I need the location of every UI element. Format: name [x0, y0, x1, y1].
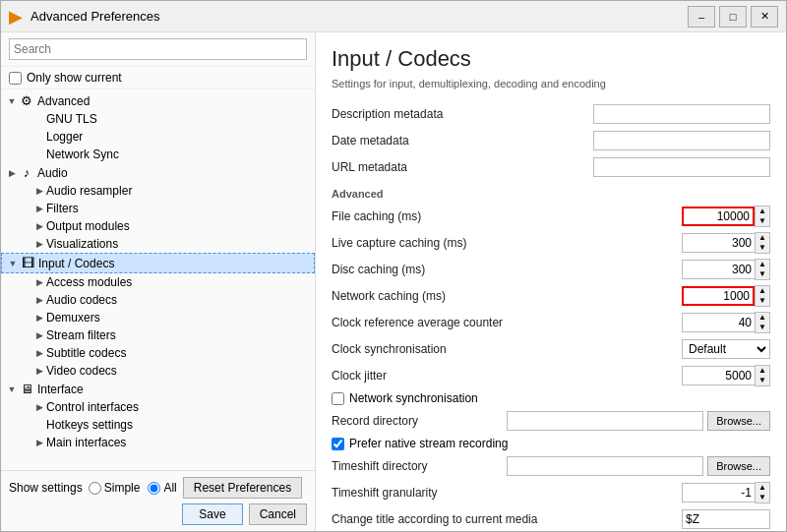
- record-dir-input[interactable]: [507, 411, 703, 431]
- sidebar-item-subtitle-codecs[interactable]: ▶ Subtitle codecs: [1, 344, 315, 362]
- sidebar-item-video-codecs[interactable]: ▶ Video codecs: [1, 362, 315, 380]
- sidebar-item-network-sync[interactable]: Network Sync: [1, 146, 315, 163]
- timeshift-dir-row: Timeshift directory Browse...: [332, 455, 770, 477]
- sidebar-item-gnu-tls[interactable]: GNU TLS: [1, 110, 315, 128]
- file-caching-row: File caching (ms) ▲ ▼: [332, 206, 770, 227]
- timeshift-gran-down[interactable]: ▼: [756, 493, 769, 502]
- sidebar-item-advanced[interactable]: ▼ ⚙ Advanced: [1, 91, 315, 110]
- arrow-filters: ▶: [32, 204, 46, 213]
- timeshift-gran-input[interactable]: [682, 483, 755, 502]
- live-capture-up[interactable]: ▲: [756, 233, 769, 243]
- radio-all-label: All: [163, 481, 176, 495]
- arrow-advanced: ▼: [5, 96, 19, 106]
- cancel-button[interactable]: Cancel: [249, 503, 307, 525]
- network-caching-row: Network caching (ms) ▲ ▼: [332, 285, 770, 307]
- sidebar-item-audio[interactable]: ▶ ♪ Audio: [1, 163, 315, 182]
- desc-metadata-input[interactable]: [593, 104, 770, 124]
- sidebar-item-input-codecs[interactable]: ▼ 🎞 Input / Codecs: [1, 253, 315, 273]
- content-area: Input / Codecs Settings for input, demul…: [316, 32, 786, 531]
- clock-sync-select[interactable]: Default: [682, 339, 770, 359]
- sidebar-item-access-modules[interactable]: ▶ Access modules: [1, 273, 315, 291]
- icon-advanced: ⚙: [19, 93, 34, 108]
- sidebar-item-hotkeys-settings[interactable]: Hotkeys settings: [1, 416, 315, 434]
- label-demuxers: Demuxers: [46, 311, 315, 325]
- clock-jitter-row: Clock jitter ▲ ▼: [332, 365, 770, 386]
- clock-jitter-down[interactable]: ▼: [756, 376, 769, 385]
- clock-ref-label: Clock reference average counter: [332, 316, 682, 329]
- file-caching-down[interactable]: ▼: [756, 216, 769, 226]
- search-input[interactable]: [9, 38, 307, 60]
- sidebar-item-demuxers[interactable]: ▶ Demuxers: [1, 309, 315, 326]
- clock-ref-up[interactable]: ▲: [756, 313, 769, 323]
- sidebar-item-visualizations[interactable]: ▶ Visualizations: [1, 235, 315, 253]
- desc-metadata-row: Description metadata: [332, 103, 770, 125]
- close-button[interactable]: ✕: [751, 6, 778, 28]
- record-dir-browse[interactable]: Browse...: [707, 411, 770, 431]
- arrow-video-codecs: ▶: [32, 366, 46, 376]
- network-caching-up[interactable]: ▲: [756, 286, 769, 296]
- sidebar-item-logger[interactable]: Logger: [1, 128, 315, 146]
- sidebar-item-interface[interactable]: ▼ 🖥 Interface: [1, 380, 315, 398]
- live-capture-down[interactable]: ▼: [756, 243, 769, 253]
- timeshift-gran-spinner: ▲ ▼: [755, 482, 770, 503]
- disc-caching-down[interactable]: ▼: [756, 269, 769, 279]
- disc-caching-up[interactable]: ▲: [756, 260, 769, 269]
- timeshift-gran-up[interactable]: ▲: [756, 483, 769, 493]
- sidebar-item-audio-codecs[interactable]: ▶ Audio codecs: [1, 291, 315, 309]
- label-gnu-tls: GNU TLS: [46, 112, 315, 126]
- date-metadata-input[interactable]: [593, 131, 770, 150]
- reset-preferences-button[interactable]: Reset Preferences: [183, 477, 302, 499]
- label-audio-codecs: Audio codecs: [46, 293, 315, 307]
- label-output-modules: Output modules: [46, 219, 315, 233]
- sidebar-item-output-modules[interactable]: ▶ Output modules: [1, 217, 315, 235]
- native-stream-checkbox[interactable]: [332, 438, 344, 450]
- radio-simple-input[interactable]: [89, 482, 101, 495]
- network-caching-down[interactable]: ▼: [756, 296, 769, 306]
- sidebar-item-filters[interactable]: ▶ Filters: [1, 200, 315, 217]
- save-button[interactable]: Save: [182, 503, 242, 525]
- native-stream-label: Prefer native stream recording: [349, 437, 508, 450]
- content-title: Input / Codecs: [332, 46, 770, 72]
- timeshift-dir-label: Timeshift directory: [332, 459, 507, 473]
- live-capture-control: ▲ ▼: [682, 232, 770, 254]
- live-capture-input[interactable]: [682, 233, 755, 253]
- change-title-input[interactable]: [682, 509, 770, 529]
- maximize-button[interactable]: □: [719, 6, 747, 28]
- clock-ref-down[interactable]: ▼: [756, 323, 769, 332]
- date-metadata-control: [593, 131, 770, 150]
- clock-jitter-up[interactable]: ▲: [756, 366, 769, 376]
- disc-caching-input[interactable]: [682, 260, 755, 279]
- clock-jitter-input[interactable]: [682, 366, 755, 385]
- timeshift-dir-control: Browse...: [507, 456, 770, 476]
- network-caching-input[interactable]: [682, 286, 755, 306]
- timeshift-dir-browse[interactable]: Browse...: [707, 456, 770, 476]
- only-show-checkbox[interactable]: [9, 72, 22, 85]
- clock-ref-input[interactable]: [682, 313, 755, 332]
- sidebar-item-control-interfaces[interactable]: ▶ Control interfaces: [1, 398, 315, 416]
- network-sync-row: Network synchronisation: [332, 391, 770, 405]
- icon-audio: ♪: [19, 165, 34, 180]
- label-network-sync: Network Sync: [46, 148, 315, 161]
- file-caching-spinner: ▲ ▼: [755, 206, 770, 227]
- sidebar-item-main-interfaces[interactable]: ▶ Main interfaces: [1, 434, 315, 451]
- arrow-stream-filters: ▶: [32, 330, 46, 340]
- timeshift-gran-label: Timeshift granularity: [332, 486, 682, 500]
- clock-sync-control: Default: [682, 339, 770, 359]
- disc-caching-row: Disc caching (ms) ▲ ▼: [332, 259, 770, 280]
- file-caching-label: File caching (ms): [332, 209, 682, 223]
- network-sync-checkbox[interactable]: [332, 392, 344, 405]
- desc-metadata-label: Description metadata: [332, 107, 593, 121]
- radio-all-input[interactable]: [148, 482, 160, 495]
- timeshift-dir-input[interactable]: [507, 456, 703, 476]
- network-caching-label: Network caching (ms): [332, 289, 682, 303]
- label-access-modules: Access modules: [46, 275, 315, 289]
- file-caching-input[interactable]: [682, 207, 755, 226]
- sidebar-item-stream-filters[interactable]: ▶ Stream filters: [1, 326, 315, 344]
- url-metadata-input[interactable]: [593, 157, 770, 177]
- radio-all: All: [148, 481, 176, 495]
- url-metadata-control: [593, 157, 770, 177]
- minimize-button[interactable]: –: [688, 6, 715, 28]
- sidebar-item-audio-resampler[interactable]: ▶ Audio resampler: [1, 182, 315, 200]
- icon-interface: 🖥: [19, 382, 34, 396]
- file-caching-up[interactable]: ▲: [756, 207, 769, 216]
